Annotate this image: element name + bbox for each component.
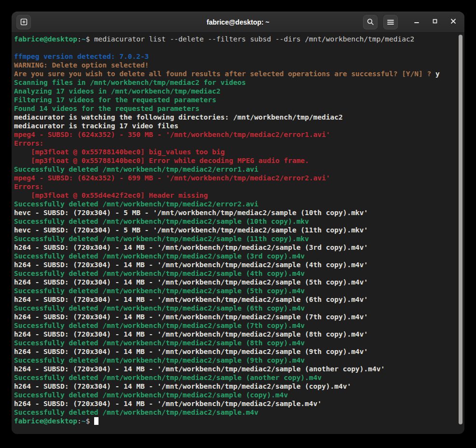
new-tab-button[interactable] bbox=[16, 15, 31, 29]
terminal-line: mpeg4 - SUBSD: (624x352) - 350 MB - '/mn… bbox=[14, 130, 464, 139]
hamburger-icon bbox=[387, 19, 394, 26]
terminal-line: Successfully deleted /mnt/workbench/tmp/… bbox=[14, 356, 464, 365]
terminal-line: Successfully deleted /mnt/workbench/tmp/… bbox=[14, 217, 464, 226]
terminal-line: Filtering 17 videos for the requested pa… bbox=[14, 95, 464, 104]
maximize-icon bbox=[432, 18, 438, 27]
close-button[interactable] bbox=[447, 16, 460, 28]
terminal-line: Analyzing 17 videos in /mnt/workbench/tm… bbox=[14, 87, 464, 95]
terminal-line: h264 - SUBSD: (720x304) - 14 MB - '/mnt/… bbox=[14, 260, 464, 269]
terminal-line: [mp3float @ 0x55788140bec0] Error while … bbox=[14, 156, 464, 165]
terminal-line: h264 - SUBSD: (720x304) - 14 MB - '/mnt/… bbox=[14, 312, 464, 321]
menu-button[interactable] bbox=[383, 15, 398, 29]
minimize-button[interactable] bbox=[410, 16, 423, 28]
window-title: fabrice@desktop: ~ bbox=[207, 18, 269, 26]
terminal-line: Successfully deleted /mnt/workbench/tmp/… bbox=[14, 269, 464, 278]
terminal-line: h264 - SUBSD: (720x304) - 14 MB - '/mnt/… bbox=[14, 243, 464, 252]
cursor-block bbox=[94, 417, 98, 425]
terminal-line: mediacurator is watching the following d… bbox=[14, 113, 464, 122]
terminal-line: h264 - SUBSD: (720x304) - 14 MB - '/mnt/… bbox=[14, 382, 464, 391]
close-icon bbox=[450, 18, 457, 27]
terminal-line: h264 - SUBSD: (720x304) - 14 MB - '/mnt/… bbox=[14, 330, 464, 339]
titlebar: fabrice@desktop: ~ bbox=[12, 12, 464, 33]
terminal-line bbox=[14, 43, 464, 52]
terminal-line: [mp3float @ 0x55788140bec0] big_values t… bbox=[14, 148, 464, 156]
terminal-line: Successfully deleted /mnt/workbench/tmp/… bbox=[14, 165, 464, 174]
terminal-line: mpeg4 - SUBSD: (624x352) - 699 MB - '/mn… bbox=[14, 174, 464, 182]
terminal-line: Scanning files in /mnt/workbench/tmp/med… bbox=[14, 78, 464, 87]
scrollbar-thumb[interactable] bbox=[459, 35, 462, 424]
terminal-line: Successfully deleted /mnt/workbench/tmp/… bbox=[14, 234, 464, 243]
terminal-line: Successfully deleted /mnt/workbench/tmp/… bbox=[14, 200, 464, 208]
terminal-window: fabrice@desktop: ~ bbox=[12, 12, 464, 434]
terminal-line: WARNING: Delete option selected! bbox=[14, 61, 464, 69]
terminal-line: Successfully deleted /mnt/workbench/tmp/… bbox=[14, 373, 464, 382]
terminal-line: fabrice@desktop:~$ mediacurator list --d… bbox=[14, 35, 464, 43]
terminal-line: Successfully deleted /mnt/workbench/tmp/… bbox=[14, 391, 464, 399]
search-icon bbox=[366, 18, 375, 26]
terminal-line: h264 - SUBSD: (720x304) - 14 MB - '/mnt/… bbox=[14, 278, 464, 286]
maximize-button[interactable] bbox=[429, 16, 441, 28]
terminal-line: h264 - SUBSD: (720x304) - 14 MB - '/mnt/… bbox=[14, 399, 464, 408]
terminal-line: [mp3float @ 0x55d4e42f2ec0] Header missi… bbox=[14, 191, 464, 200]
new-tab-icon bbox=[20, 18, 28, 26]
minimize-icon bbox=[413, 18, 420, 27]
terminal-line: Successfully deleted /mnt/workbench/tmp/… bbox=[14, 304, 464, 312]
terminal-line: Errors: bbox=[14, 182, 464, 191]
terminal-line: h264 - SUBSD: (720x304) - 14 MB - '/mnt/… bbox=[14, 295, 464, 304]
terminal-line: h264 - SUBSD: (720x304) - 14 MB - '/mnt/… bbox=[14, 365, 464, 373]
terminal-line: Found 14 videos for the requested parame… bbox=[14, 104, 464, 113]
terminal-line: hevc - SUBSD: (720x304) - 5 MB - '/mnt/w… bbox=[14, 208, 464, 217]
terminal-line: Are you sure you wish to delete all foun… bbox=[14, 69, 464, 78]
terminal-line: ffmpeg version detected: 7.0.2-3 bbox=[14, 52, 464, 61]
terminal-line: Successfully deleted /mnt/workbench/tmp/… bbox=[14, 339, 464, 347]
terminal-line: Successfully deleted /mnt/workbench/tmp/… bbox=[14, 408, 464, 417]
terminal-line: fabrice@desktop:~$ bbox=[14, 417, 464, 425]
terminal-line: mediacurator is tracking 17 video files bbox=[14, 122, 464, 130]
terminal-line: hevc - SUBSD: (720x304) - 5 MB - '/mnt/w… bbox=[14, 226, 464, 234]
terminal-line: Successfully deleted /mnt/workbench/tmp/… bbox=[14, 321, 464, 330]
search-button[interactable] bbox=[363, 15, 378, 29]
terminal-line: h264 - SUBSD: (720x304) - 14 MB - '/mnt/… bbox=[14, 347, 464, 356]
terminal-line: Successfully deleted /mnt/workbench/tmp/… bbox=[14, 252, 464, 260]
terminal-output: fabrice@desktop:~$ mediacurator list --d… bbox=[14, 35, 464, 425]
terminal-line: Errors: bbox=[14, 139, 464, 148]
terminal-line: Successfully deleted /mnt/workbench/tmp/… bbox=[14, 286, 464, 295]
terminal-screen[interactable]: fabrice@desktop:~$ mediacurator list --d… bbox=[12, 33, 464, 434]
